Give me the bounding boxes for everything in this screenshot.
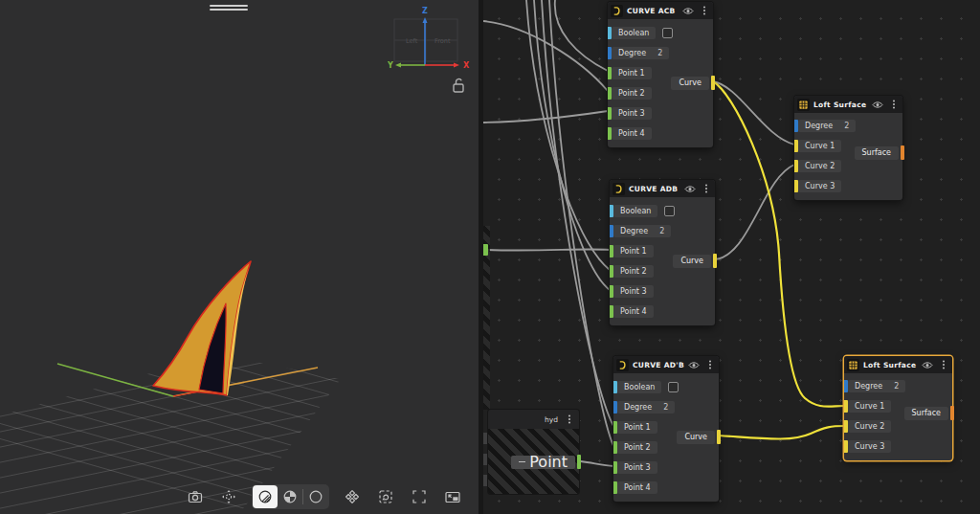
point-label: Point 3 xyxy=(624,461,651,474)
camera-icon[interactable] xyxy=(185,486,206,507)
degree-label: Degree xyxy=(624,401,652,413)
node-curve-adb[interactable]: CURVE ADB Boolean Degree2 Point 1 Point … xyxy=(610,180,715,325)
output-row-curve: Curve xyxy=(671,76,715,90)
viewport-3d[interactable]: Left Front Z Y X xyxy=(0,0,479,514)
curve-output-port[interactable] xyxy=(711,76,715,90)
node-header[interactable]: hyd xyxy=(488,410,579,429)
gizmo-front-label[interactable]: Front xyxy=(434,37,451,45)
node-loft-surface-1[interactable]: Loft Surface Degree2 Curve 1 Curve 2 Cur… xyxy=(794,96,902,200)
degree-label: Degree xyxy=(620,225,648,237)
node-loft-surface-2[interactable]: Loft Surface Degree2 Curve 1 Curve 2 Cur… xyxy=(844,356,952,460)
node-header[interactable]: Loft Surface xyxy=(844,356,952,373)
curve-node-icon xyxy=(611,5,623,17)
input-row-degree: Degree2 xyxy=(613,401,719,413)
curve-label: Curve 3 xyxy=(805,180,835,192)
point-label: Point 1 xyxy=(624,421,651,434)
curve-label: Curve 1 xyxy=(855,400,884,413)
degree-value[interactable]: 2 xyxy=(894,380,899,392)
visibility-eye-icon[interactable] xyxy=(922,361,933,369)
ghosted-view-button[interactable] xyxy=(278,485,302,508)
surface-output-port[interactable] xyxy=(950,406,954,420)
display-mode-group xyxy=(252,484,329,509)
rotate-frame-icon[interactable] xyxy=(375,486,396,507)
gizmo-left-label[interactable]: Left xyxy=(406,37,418,45)
node-title: hyd xyxy=(545,415,558,424)
point-output-port[interactable] xyxy=(577,455,581,469)
node-header[interactable]: CURVE ACB xyxy=(608,2,713,19)
point-label: Point 2 xyxy=(618,87,645,100)
input-row-degree: Degree2 xyxy=(844,380,952,392)
node-curve-acb[interactable]: CURVE ACB Boolean Degree2 Point 1 Point … xyxy=(608,2,713,147)
kebab-menu-icon[interactable] xyxy=(709,364,711,366)
curve-output-label: Curve xyxy=(677,431,715,444)
node-editor-canvas[interactable]: CURVE ACB Boolean Degree2 Point 1 Point … xyxy=(479,0,980,514)
kebab-menu-icon[interactable] xyxy=(705,188,707,190)
point-output-port[interactable] xyxy=(483,244,488,256)
point-label: Point 4 xyxy=(624,481,651,494)
output-row-surface: Surface xyxy=(855,145,904,160)
node-title: CURVE AD'B xyxy=(633,361,684,369)
viewport-toolbar xyxy=(185,483,479,510)
curve-output-label: Curve xyxy=(673,255,711,268)
curve-output-label: Curve xyxy=(671,77,709,90)
point-output-label: Point xyxy=(529,456,568,469)
kebab-menu-icon[interactable] xyxy=(703,10,705,11)
degree-value[interactable]: 2 xyxy=(844,120,849,132)
input-row-point-4: Point 4 xyxy=(610,305,715,318)
visibility-eye-icon[interactable] xyxy=(688,361,700,369)
point-label: Point 4 xyxy=(620,305,647,318)
input-row-point-3: Point 3 xyxy=(608,107,713,120)
input-row-degree: Degree2 xyxy=(794,120,902,132)
node-header[interactable]: CURVE ADB xyxy=(610,180,715,197)
kebab-menu-icon[interactable] xyxy=(893,103,895,105)
node-hyd[interactable]: hyd Point xyxy=(488,410,579,494)
visibility-eye-icon[interactable] xyxy=(682,7,694,15)
pan-orbit-icon[interactable] xyxy=(218,486,239,507)
degree-value[interactable]: 2 xyxy=(663,401,668,413)
degree-value[interactable]: 2 xyxy=(659,225,664,237)
node-curve-adprime-b[interactable]: CURVE AD'B Boolean Degree2 Point 1 Point… xyxy=(613,356,719,502)
node-header[interactable]: Loft Surface xyxy=(794,96,902,113)
kebab-menu-icon[interactable] xyxy=(943,364,945,366)
surface-output-port[interactable] xyxy=(901,145,904,160)
loft-node-icon xyxy=(797,99,810,111)
degree-value[interactable]: 2 xyxy=(657,47,662,59)
node-header[interactable]: CURVE AD'B xyxy=(613,356,719,373)
app-window: Left Front Z Y X xyxy=(0,0,980,514)
isometric-grid-icon[interactable] xyxy=(342,486,363,507)
wireframe-view-button[interactable] xyxy=(303,485,328,508)
curve-output-port[interactable] xyxy=(717,430,721,444)
visibility-eye-icon[interactable] xyxy=(684,185,696,193)
surface-output-label: Surface xyxy=(855,146,899,160)
unlock-icon[interactable] xyxy=(454,79,463,92)
curve-label: Curve 2 xyxy=(855,420,884,433)
point-label: Point 3 xyxy=(620,285,647,298)
input-row-curve-3: Curve 3 xyxy=(794,180,902,192)
picture-in-picture-icon[interactable] xyxy=(442,486,463,507)
boolean-checkbox[interactable] xyxy=(664,206,675,216)
input-row-degree: Degree2 xyxy=(608,47,713,59)
input-row-boolean: Boolean xyxy=(610,205,715,217)
node-title: Loft Surface xyxy=(813,101,866,109)
visibility-eye-icon[interactable] xyxy=(872,101,883,109)
curve-output-port[interactable] xyxy=(713,254,717,268)
loft-node-icon xyxy=(847,359,859,371)
point-label: Point 1 xyxy=(620,245,647,257)
curve-label: Curve 2 xyxy=(805,160,835,172)
loft-surface-model[interactable] xyxy=(153,261,251,396)
output-row-surface: Surface xyxy=(904,406,954,420)
fullscreen-icon[interactable] xyxy=(409,486,430,507)
input-row-point-3: Point 3 xyxy=(610,285,715,298)
shaded-view-button[interactable] xyxy=(253,485,278,508)
surface-output-label: Surface xyxy=(904,407,948,420)
ground-grid xyxy=(0,278,364,514)
input-row-point-4: Point 4 xyxy=(608,127,713,140)
node-title: CURVE ADB xyxy=(629,185,678,193)
kebab-menu-icon[interactable] xyxy=(568,418,570,420)
y-axis-line xyxy=(57,364,173,396)
boolean-checkbox[interactable] xyxy=(662,28,673,38)
axis-gizmo[interactable]: Left Front Z Y X xyxy=(388,5,479,101)
point-label: Point 2 xyxy=(620,265,647,278)
boolean-checkbox[interactable] xyxy=(668,382,679,392)
degree-label: Degree xyxy=(805,120,833,132)
